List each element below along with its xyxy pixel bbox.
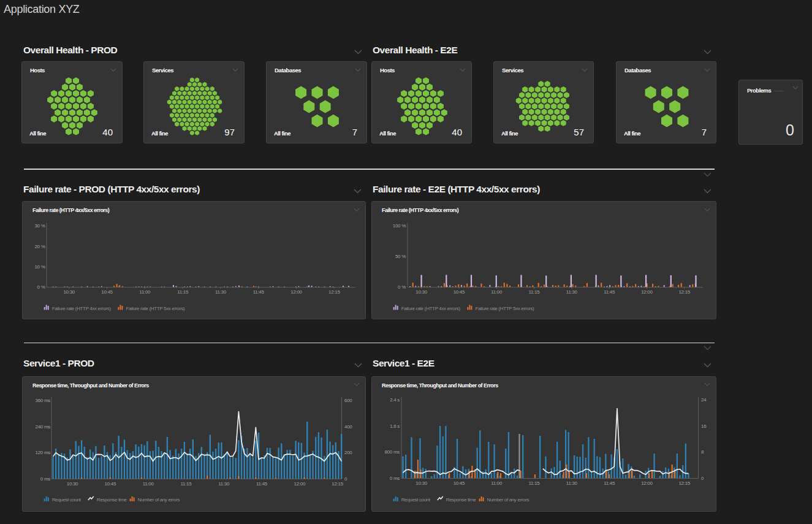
svg-text:11:45: 11:45: [604, 480, 615, 485]
svg-text:0 %: 0 %: [398, 284, 406, 290]
svg-text:12:00: 12:00: [294, 480, 306, 486]
svg-text:11:30: 11:30: [218, 480, 230, 486]
svg-text:11:00: 11:00: [491, 480, 503, 485]
svg-text:11:15: 11:15: [529, 480, 541, 485]
svg-text:0: 0: [701, 475, 704, 480]
svg-text:Number of any errors: Number of any errors: [487, 497, 529, 503]
svg-text:2.4 s: 2.4 s: [390, 397, 400, 403]
svg-text:120 ms: 120 ms: [36, 450, 51, 455]
svg-text:10:30: 10:30: [415, 480, 427, 485]
svg-text:11:45: 11:45: [253, 289, 265, 295]
svg-text:11:00: 11:00: [143, 480, 154, 486]
svg-text:10:45: 10:45: [105, 480, 116, 486]
svg-text:16: 16: [701, 423, 707, 428]
svg-text:10:45: 10:45: [453, 480, 465, 485]
svg-text:11:30: 11:30: [215, 289, 227, 295]
svg-text:Failure rate (HTTP 5xx errors): Failure rate (HTTP 5xx errors): [475, 306, 534, 311]
svg-text:24: 24: [701, 397, 707, 403]
svg-text:12:15: 12:15: [678, 480, 690, 485]
svg-text:Request count: Request count: [52, 497, 82, 503]
svg-text:10:45: 10:45: [453, 289, 465, 295]
svg-text:11:00: 11:00: [491, 289, 503, 295]
svg-text:11:30: 11:30: [566, 289, 578, 295]
svg-text:10:30: 10:30: [415, 289, 427, 295]
svg-text:12:15: 12:15: [332, 480, 343, 486]
svg-text:800 ms: 800 ms: [385, 449, 400, 455]
svg-text:11:45: 11:45: [604, 289, 615, 295]
svg-text:Request count: Request count: [401, 497, 431, 503]
svg-text:240 ms: 240 ms: [36, 423, 51, 429]
svg-text:10:45: 10:45: [101, 289, 113, 295]
svg-text:Number of any errors: Number of any errors: [138, 497, 180, 503]
svg-text:30 %: 30 %: [34, 223, 45, 229]
svg-text:400: 400: [344, 423, 352, 429]
svg-text:12:15: 12:15: [328, 289, 340, 295]
svg-text:Response time: Response time: [446, 497, 477, 503]
svg-text:Failure rate (HTTP 5xx errors): Failure rate (HTTP 5xx errors): [126, 306, 185, 311]
svg-text:360 ms: 360 ms: [36, 398, 51, 403]
svg-text:0 %: 0 %: [37, 284, 45, 290]
svg-text:Response time: Response time: [97, 497, 127, 503]
svg-text:50 %: 50 %: [395, 254, 406, 259]
svg-text:200: 200: [344, 450, 352, 455]
svg-text:Failure rate (HTTP 4xx errors): Failure rate (HTTP 4xx errors): [401, 306, 461, 311]
svg-text:11:15: 11:15: [177, 289, 189, 295]
svg-text:0 ms: 0 ms: [40, 476, 50, 481]
svg-text:11:45: 11:45: [256, 480, 268, 486]
svg-text:0 ms: 0 ms: [390, 475, 400, 480]
svg-text:10 %: 10 %: [34, 264, 45, 270]
svg-text:100 %: 100 %: [393, 223, 406, 229]
svg-text:12:15: 12:15: [678, 289, 690, 295]
svg-text:12:00: 12:00: [641, 289, 653, 295]
svg-text:10:30: 10:30: [63, 289, 75, 295]
svg-text:600: 600: [344, 398, 352, 403]
svg-text:12:00: 12:00: [641, 480, 653, 485]
svg-text:11:15: 11:15: [529, 289, 541, 295]
svg-text:Failure rate (HTTP 4xx errors): Failure rate (HTTP 4xx errors): [52, 306, 112, 311]
svg-text:11:00: 11:00: [139, 289, 151, 295]
svg-text:0: 0: [344, 476, 347, 481]
svg-text:20 %: 20 %: [34, 244, 45, 249]
svg-text:8: 8: [701, 449, 704, 455]
svg-text:10:30: 10:30: [67, 480, 78, 486]
svg-text:11:30: 11:30: [566, 480, 578, 485]
svg-text:1.6 s: 1.6 s: [390, 423, 400, 428]
svg-text:11:15: 11:15: [180, 480, 192, 486]
svg-text:12:00: 12:00: [290, 289, 302, 295]
